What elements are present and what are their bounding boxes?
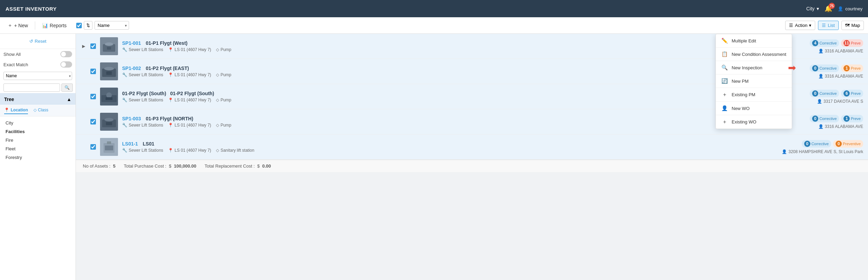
tree-label: Tree (4, 97, 14, 102)
svg-rect-15 (106, 122, 112, 125)
corrective-count: 0 (812, 65, 818, 71)
inspection-icon: 🔍 (721, 64, 728, 71)
asset-title: SP1-002 01-P2 Flygt (EAST) (122, 66, 756, 71)
map-view-button[interactable]: 🗺 Map (841, 21, 864, 30)
action-multiple-edit[interactable]: ✏️ Multiple Edit (716, 34, 792, 48)
exact-match-toggle[interactable] (60, 61, 72, 68)
edit-icon: ✏️ (721, 38, 728, 44)
asset-thumbnail (100, 37, 118, 55)
preventive-count: 6 (844, 90, 850, 97)
new-button[interactable]: ＋ + New (4, 20, 31, 31)
list-view-button[interactable]: ☰ List (818, 21, 838, 30)
reset-button[interactable]: ↺ Reset (3, 37, 72, 46)
asset-type: ◇ Pump (216, 47, 231, 52)
tree-item-forestry[interactable]: Forestry (0, 153, 76, 162)
asset-address: 👤 3208 HAMPSHIRE AVE S, St Louis Park (782, 149, 863, 154)
svg-point-2 (105, 42, 113, 46)
exact-match-row: Exact Match (0, 59, 76, 70)
type-icon: ◇ (216, 98, 219, 102)
sort-select[interactable]: Name ID Date Type (95, 21, 129, 30)
row-checkbox[interactable] (90, 69, 96, 74)
notification-badge: 75 (829, 3, 835, 9)
action-existing-pm[interactable]: ＋ Existing PM (716, 88, 792, 102)
asset-location: 📍 LS 01 (4607 Hwy 7) (168, 148, 211, 153)
work-badges: 0 Corrective 1 Preve (810, 64, 863, 72)
search-go-button[interactable]: 🔍 (61, 83, 73, 92)
condition-icon: 📋 (721, 51, 728, 57)
new-label: + New (14, 23, 28, 28)
row-checkbox[interactable] (90, 43, 96, 49)
select-all-checkbox[interactable] (76, 23, 82, 28)
reports-button[interactable]: 📊 Reports (39, 21, 70, 30)
svg-rect-7 (106, 71, 112, 75)
row-checkbox[interactable] (90, 94, 96, 99)
asset-type: ◇ Sanitary lift station (216, 148, 254, 153)
location-tab-label: Location (11, 108, 28, 112)
row-checkbox[interactable] (90, 119, 96, 124)
existing-wo-label: Existing WO (732, 119, 757, 124)
preventive-badge: 0 Preventive (833, 140, 863, 148)
action-new-condition[interactable]: 📋 New Condition Assessment (716, 48, 792, 61)
purchase-currency: $ (169, 163, 171, 169)
asset-meta: 🔧 Sewer Lift Stations 📍 LS 01 (4607 Hwy … (122, 47, 756, 52)
user-info[interactable]: 👤 courtney (838, 6, 862, 11)
content-wrapper: ▶ SP1-001 01-P1 Flygt (West) (76, 34, 868, 172)
corrective-badge: 0 Corrective (810, 90, 839, 97)
new-wo-label: New WO (732, 106, 750, 111)
action-existing-wo[interactable]: ＋ Existing WO (716, 115, 792, 129)
location-icon: 📍 (168, 72, 173, 77)
bell-icon[interactable]: 🔔 75 (825, 5, 832, 12)
location-tab[interactable]: 📍 Location (4, 107, 28, 114)
work-badges: 0 Corrective 1 Preve (810, 115, 863, 122)
location-icon: 📍 (168, 148, 173, 153)
show-all-toggle[interactable] (60, 51, 72, 57)
row-checkbox[interactable] (90, 144, 96, 150)
sort-order-button[interactable]: ⇅ (84, 21, 92, 30)
asset-address: 👤 3317 DAKOTA AVE S (817, 99, 863, 104)
app-title: ASSET INVENTORY (6, 6, 802, 12)
tree-collapse-icon[interactable]: ▲ (67, 97, 71, 102)
corrective-count: 0 (812, 90, 818, 97)
action-button[interactable]: ☰ Action ▾ (785, 21, 815, 30)
address-icon: 👤 (782, 149, 787, 154)
city-selector[interactable]: City ▾ (806, 6, 819, 11)
list-icon: ☰ (822, 23, 826, 28)
tree-item-fire[interactable]: Fire (0, 136, 76, 144)
tree-section: Tree ▲ 📍 Location ◇ Class City Facilitie… (0, 93, 76, 280)
asset-right: 0 Corrective 0 Preventive 👤 3208 HAMPSHI… (760, 140, 863, 154)
map-label: Map (851, 23, 860, 28)
category-icon: 🔧 (122, 98, 127, 102)
svg-point-6 (104, 67, 114, 70)
search-type-wrapper: Name ID (3, 72, 72, 80)
asset-thumbnail (100, 88, 118, 106)
reset-label: Reset (35, 39, 47, 44)
asset-category: 🔧 Sewer Lift Stations (122, 148, 163, 153)
tree-item-fleet[interactable]: Fleet (0, 144, 76, 153)
preventive-badge: 6 Preve (841, 90, 863, 97)
address-icon: 👤 (818, 124, 823, 129)
action-new-pm[interactable]: 🔄 New PM (716, 74, 792, 88)
list-footer: No of Assets : 5 Total Purchase Cost : $… (76, 160, 868, 172)
search-input[interactable] (3, 83, 60, 92)
expand-button[interactable]: ▶ (81, 44, 86, 49)
asset-address: 👤 3316 ALABAMA AVE (818, 74, 863, 79)
new-condition-label: New Condition Assessment (732, 52, 786, 57)
assets-count-label: No of Assets : 5 (83, 163, 116, 169)
asset-info: 01-P2 Flygt (South) 01-P2 Flygt (South) … (122, 91, 756, 102)
action-new-wo[interactable]: 👤 New WO (716, 102, 792, 115)
asset-name: 01-P2 Flygt (South) 01-P2 Flygt (South) (122, 91, 214, 96)
asset-thumbnail (100, 113, 118, 131)
class-tab[interactable]: ◇ Class (33, 107, 48, 114)
sidebar: ↺ Reset Show All Exact Match Name ID (0, 34, 76, 280)
search-type-select[interactable]: Name ID (3, 72, 72, 80)
svg-rect-19 (107, 141, 111, 144)
purchase-cost-label: Total Purchase Cost : $ 100,000.00 (124, 163, 196, 169)
action-new-inspection[interactable]: 🔍 New Inspection ➡ (716, 61, 792, 74)
nav-right: City ▾ 🔔 75 👤 courtney (806, 5, 862, 12)
tree-item-facilities[interactable]: Facilities (0, 127, 76, 136)
corrective-count: 0 (804, 141, 810, 147)
tree-item-city[interactable]: City (0, 119, 76, 127)
tree-header: Tree ▲ (0, 93, 76, 104)
asset-location: 📍 LS 01 (4607 Hwy 7) (168, 72, 211, 77)
type-icon: ◇ (216, 72, 219, 77)
